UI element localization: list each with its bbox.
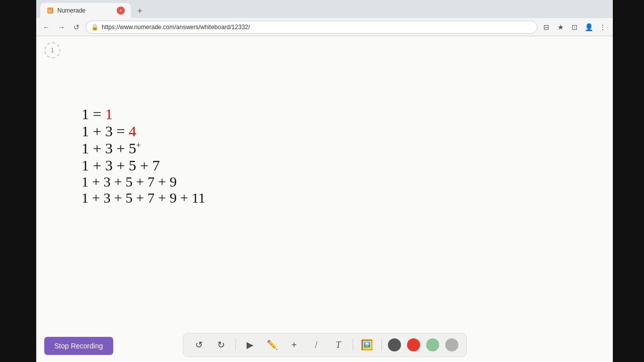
display-icon[interactable]: ⊡ bbox=[569, 21, 581, 33]
address-bar[interactable]: 🔒 https://www.numerade.com/answers/white… bbox=[86, 21, 537, 34]
math-line-5: 1 + 3 + 5 + 7 + 9 bbox=[82, 175, 205, 189]
browser-window: N Numerade × + ← → ↺ 🔒 https://www.numer… bbox=[36, 0, 613, 362]
menu-icon[interactable]: ⋮ bbox=[597, 21, 609, 33]
page-indicator: 1 bbox=[44, 42, 60, 58]
math-line-6: 1 + 3 + 5 + 7 + 9 + 11 bbox=[82, 191, 205, 205]
whiteboard-area[interactable]: 1 1 = 1 1 + 3 = 4 1 + 3 + 5+ 1 + 3 + 5 +… bbox=[36, 36, 613, 362]
image-tool-button[interactable]: 🖼️ bbox=[359, 337, 375, 353]
stop-recording-button[interactable]: Stop Recording bbox=[44, 337, 113, 355]
nav-bar: ← → ↺ 🔒 https://www.numerade.com/answers… bbox=[36, 18, 613, 36]
math-content: 1 = 1 1 + 3 = 4 1 + 3 + 5+ 1 + 3 + 5 + 7… bbox=[82, 107, 205, 207]
math-line-1: 1 = 1 bbox=[82, 107, 205, 122]
color-dark-button[interactable] bbox=[388, 338, 401, 351]
color-green-button[interactable] bbox=[426, 338, 439, 351]
redo-button[interactable]: ↻ bbox=[213, 337, 229, 353]
select-tool-button[interactable]: ▶ bbox=[242, 337, 258, 353]
tab-title: Numerade bbox=[57, 7, 114, 14]
profile-icon[interactable]: 👤 bbox=[583, 21, 595, 33]
divider-2 bbox=[353, 339, 353, 351]
text-tool-button[interactable]: T bbox=[331, 337, 347, 353]
svg-text:N: N bbox=[48, 9, 52, 14]
tab-favicon: N bbox=[46, 7, 54, 15]
eraser-tool-button[interactable]: / bbox=[308, 337, 325, 353]
side-bar-right bbox=[613, 0, 644, 362]
tab-bar: N Numerade × + bbox=[36, 0, 613, 18]
bookmark-icon[interactable]: ★ bbox=[554, 21, 567, 33]
tab-close-button[interactable]: × bbox=[117, 7, 125, 15]
math-line-4: 1 + 3 + 5 + 7 bbox=[82, 158, 205, 173]
back-button[interactable]: ← bbox=[40, 21, 52, 33]
pen-tool-button[interactable]: ✏️ bbox=[264, 337, 280, 353]
new-tab-button[interactable]: + bbox=[133, 4, 147, 18]
color-gray-button[interactable] bbox=[445, 338, 458, 351]
forward-button[interactable]: → bbox=[55, 21, 67, 33]
whiteboard-toolbar: ↺ ↻ ▶ ✏️ + / T 🖼️ bbox=[183, 333, 467, 357]
nav-icons-right: ⊟ ★ ⊡ 👤 ⋮ bbox=[540, 21, 609, 33]
math-line-2: 1 + 3 = 4 bbox=[82, 124, 205, 139]
reload-button[interactable]: ↺ bbox=[70, 21, 83, 33]
math-line-3: 1 + 3 + 5+ bbox=[82, 141, 205, 156]
add-button[interactable]: + bbox=[286, 337, 302, 353]
divider-3 bbox=[381, 339, 382, 351]
side-bar-left bbox=[0, 0, 36, 362]
cast-icon[interactable]: ⊟ bbox=[540, 21, 552, 33]
bottom-bar: Stop Recording ↺ ↻ ▶ ✏️ + / T bbox=[36, 332, 613, 362]
color-red-button[interactable] bbox=[407, 338, 420, 351]
undo-button[interactable]: ↺ bbox=[191, 337, 207, 353]
divider-1 bbox=[235, 339, 236, 351]
active-tab[interactable]: N Numerade × bbox=[40, 3, 131, 18]
address-text: https://www.numerade.com/answers/whitebo… bbox=[102, 24, 250, 31]
